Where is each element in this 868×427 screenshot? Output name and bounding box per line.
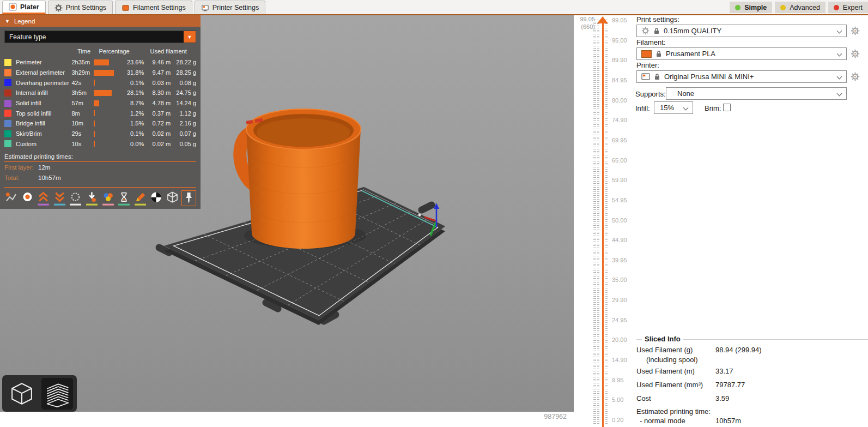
tab-printer-settings[interactable]: Printer Settings [195,1,265,14]
mode-simple-button[interactable]: Simple [730,2,772,13]
col-percentage: Percentage [99,48,150,55]
tab-plater[interactable]: Plater [2,1,46,14]
printer-combo[interactable]: Original Prusa MINI & MINI+ [636,70,847,83]
wireframe-box-icon [166,191,179,206]
edit-printer-gear-icon[interactable] [851,72,860,81]
plater-icon [9,3,17,11]
filament-combo[interactable]: Prusament PLA [636,47,847,60]
edit-filament-gear-icon[interactable] [851,49,860,58]
feature-time: 3h5m [71,89,94,96]
color-changes-toggle[interactable] [101,190,115,206]
view-type-select[interactable]: Feature type ▼ [4,31,196,43]
layer-slider-track[interactable] [602,19,604,427]
checkered-sphere-toggle[interactable] [149,190,163,206]
feature-color-swatch [4,100,11,107]
shells-up-toggle[interactable] [37,190,51,206]
slider-tick-label: 54.95 [612,197,635,203]
shells-down-toggle[interactable] [53,190,67,206]
used-mm3-label: Used Filament (mm³) [636,380,715,390]
pushpin-toggle[interactable] [181,190,196,206]
feature-filament-g: 0.08 g [171,80,196,86]
tab-label: Print Settings [66,4,106,11]
slider-ticks-left [593,20,596,424]
feature-percentage-bar [94,141,125,147]
feature-percentage-bar [94,59,125,65]
legend-row: Custom10s0.0%0.02 m0.05 g [4,139,196,149]
feature-time: 3h29m [71,69,94,76]
printer-settings-icon [201,4,209,12]
feature-filament-g: 14.24 g [171,100,196,106]
feature-percentage: 8.7% [125,100,144,106]
print-settings-label: Print settings: [636,15,679,23]
slider-tick-label: 20.00 [612,336,635,343]
feature-label: Bridge infill [16,120,71,127]
tab-print-settings[interactable]: Print Settings [48,1,113,14]
legend-title: Legend [14,18,35,25]
wireframe-box-toggle[interactable] [165,190,179,206]
retractions-icon [21,191,34,206]
seams-icon [69,191,82,206]
mode-label: Expert [843,4,863,11]
legend-body: Feature type ▼ Time Percentage Used fila… [0,27,201,209]
supports-combo[interactable]: None [666,87,847,100]
feature-filament-g: 24.75 g [171,89,196,96]
used-g-sublabel: (including spool) [636,356,868,364]
checkered-sphere-icon [149,191,163,206]
view-type-dropdown-button[interactable]: ▼ [184,31,196,43]
feature-percentage-bar [94,131,125,137]
top-tab-bar: Plater Print Settings Filament Settings … [0,0,868,15]
pushpin-icon [182,191,196,206]
used-m-value: 33.17 [715,366,733,377]
travels-icon [4,191,18,206]
legend-row: Internal infill3h5m28.1%8.30 m24.75 g [4,88,196,98]
retractions-toggle[interactable] [21,190,35,206]
feature-label: Perimeter [16,59,71,65]
legend-row: Top solid infill8m1.2%0.37 m1.12 g [4,108,196,118]
lock-icon [655,50,662,58]
feature-percentage: 28.1% [125,89,144,96]
layers-preview-button[interactable] [41,378,73,410]
custom-gcodes-toggle[interactable] [133,190,147,206]
legend-row: Solid infill57m8.7%4.78 m14.24 g [4,98,196,109]
slider-current-height: 99.05 [575,16,595,22]
slider-tick-label: 80.00 [612,97,635,104]
layer-slider-thumb[interactable] [597,16,608,23]
slider-tick-label: 74.90 [612,117,635,123]
infill-combo[interactable]: 15% [654,101,693,114]
bed-id-number: 987962 [518,413,567,420]
feature-filament-m: 8.30 m [148,89,171,96]
legend-header[interactable]: ▼ Legend [0,15,201,27]
print-time-label: Estimated printing time: [636,407,711,416]
slider-current-layer: (660) [575,23,595,30]
feature-filament-g: 0.05 g [171,141,196,147]
brim-checkbox[interactable] [723,104,731,111]
shells-down-icon [53,191,66,206]
first-layer-row: First layer: 12m [4,162,196,172]
total-time-row: Total: 10h57m [4,172,196,183]
legend-row: Overhang perimeter42s0.1%0.03 m0.08 g [4,77,196,88]
layers-icon [43,380,71,408]
3d-view-button[interactable] [6,378,38,410]
preview-3d-viewport[interactable]: ▼ Legend Feature type ▼ Time Percentage … [0,15,574,412]
chevron-down-icon [837,74,842,80]
tool-changes-toggle[interactable] [85,190,99,206]
used-g-label: Used Filament (g) [636,345,715,356]
feature-percentage: 0.1% [125,130,144,137]
feature-filament-g: 28.25 g [171,69,196,76]
slider-tick-label: 24.95 [612,317,635,323]
print-settings-combo[interactable]: 0.15mm QUALITY [636,25,847,37]
infill-value: 15% [660,104,674,112]
cube-icon [8,380,35,407]
feature-percentage: 1.5% [125,120,144,127]
mode-advanced-button[interactable]: Advanced [775,2,825,13]
tab-filament-settings[interactable]: Filament Settings [115,1,192,14]
sliced-info-title: Sliced Info [642,335,683,343]
mode-expert-button[interactable]: Expert [828,2,868,13]
tab-label: Filament Settings [133,4,186,11]
feature-filament-g: 0.07 g [171,130,196,137]
seams-toggle[interactable] [69,190,83,206]
pause-prints-toggle[interactable] [117,190,131,206]
travels-toggle[interactable] [4,190,19,206]
feature-time: 10s [71,141,94,147]
edit-print-settings-gear-icon[interactable] [851,26,860,35]
